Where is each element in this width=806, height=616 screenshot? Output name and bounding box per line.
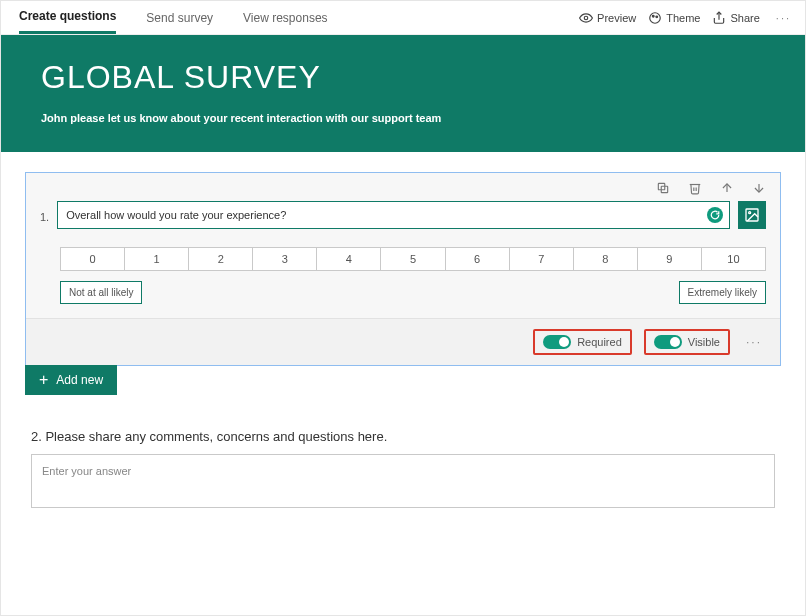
question-row: 1. Overall how would you rate your exper…	[26, 197, 780, 239]
preview-label: Preview	[597, 12, 636, 24]
visible-toggle-group: Visible	[644, 329, 730, 355]
scale-option[interactable]: 2	[188, 247, 252, 271]
tab-view-responses[interactable]: View responses	[243, 1, 328, 34]
survey-header: GLOBAL SURVEY John please let us know ab…	[1, 35, 805, 152]
scale-labels: Not at all likely Extremely likely	[60, 281, 766, 304]
add-new-button[interactable]: + Add new	[25, 365, 117, 395]
scale-option[interactable]: 0	[60, 247, 124, 271]
refresh-icon[interactable]	[707, 207, 723, 223]
add-new-label: Add new	[56, 373, 103, 387]
share-label: Share	[730, 12, 759, 24]
visible-toggle[interactable]	[654, 335, 682, 349]
insert-image-button[interactable]	[738, 201, 766, 229]
visible-label: Visible	[688, 336, 720, 348]
question-text: Overall how would you rate your experien…	[66, 209, 286, 221]
palette-icon	[648, 11, 662, 25]
rating-scale: 0 1 2 3 4 5 6 7 8 9 10	[60, 247, 766, 271]
top-more-button[interactable]: ···	[772, 12, 795, 24]
survey-title[interactable]: GLOBAL SURVEY	[41, 59, 765, 96]
required-label: Required	[577, 336, 622, 348]
svg-point-10	[749, 212, 751, 214]
share-button[interactable]: Share	[712, 11, 759, 25]
question-toolbar	[26, 173, 780, 197]
scale-option[interactable]: 7	[509, 247, 573, 271]
scale-option[interactable]: 1	[124, 247, 188, 271]
scale-low-label[interactable]: Not at all likely	[60, 281, 142, 304]
app-window: Create questions Send survey View respon…	[0, 0, 806, 616]
scale-option[interactable]: 10	[701, 247, 766, 271]
image-icon	[744, 207, 760, 223]
question-text-input[interactable]: Overall how would you rate your experien…	[57, 201, 730, 229]
question-card-inner: 1. Overall how would you rate your exper…	[26, 173, 780, 319]
top-actions: Preview Theme Share ···	[579, 1, 795, 34]
scale-option[interactable]: 6	[445, 247, 509, 271]
svg-point-2	[653, 15, 655, 17]
theme-button[interactable]: Theme	[648, 11, 700, 25]
tab-bar: Create questions Send survey View respon…	[19, 1, 328, 34]
tab-send-survey[interactable]: Send survey	[146, 1, 213, 34]
question-footer: Required Visible ···	[26, 319, 780, 365]
answer-textarea[interactable]: Enter your answer	[31, 454, 775, 508]
top-bar: Create questions Send survey View respon…	[1, 1, 805, 35]
scale-option[interactable]: 8	[573, 247, 637, 271]
arrow-up-icon[interactable]	[720, 181, 734, 195]
scale-option[interactable]: 4	[316, 247, 380, 271]
svg-point-1	[650, 12, 661, 23]
question-2-label: 2. Please share any comments, concerns a…	[31, 429, 775, 444]
trash-icon[interactable]	[688, 181, 702, 195]
svg-point-3	[656, 15, 658, 17]
survey-body: 1. Overall how would you rate your exper…	[1, 152, 805, 615]
scale-high-label[interactable]: Extremely likely	[679, 281, 766, 304]
eye-icon	[579, 11, 593, 25]
question-card-1: 1. Overall how would you rate your exper…	[25, 172, 781, 366]
copy-icon[interactable]	[656, 181, 670, 195]
required-toggle-group: Required	[533, 329, 632, 355]
required-toggle[interactable]	[543, 335, 571, 349]
preview-button[interactable]: Preview	[579, 11, 636, 25]
scale-option[interactable]: 3	[252, 247, 316, 271]
survey-description[interactable]: John please let us know about your recen…	[41, 112, 765, 124]
share-icon	[712, 11, 726, 25]
svg-point-0	[584, 16, 588, 20]
scale-option[interactable]: 5	[380, 247, 444, 271]
theme-label: Theme	[666, 12, 700, 24]
question-number: 1.	[40, 201, 49, 229]
plus-icon: +	[39, 374, 48, 386]
question-more-button[interactable]: ···	[742, 335, 766, 349]
tab-create-questions[interactable]: Create questions	[19, 1, 116, 34]
question-2: 2. Please share any comments, concerns a…	[25, 429, 781, 508]
arrow-down-icon[interactable]	[752, 181, 766, 195]
scale-option[interactable]: 9	[637, 247, 701, 271]
